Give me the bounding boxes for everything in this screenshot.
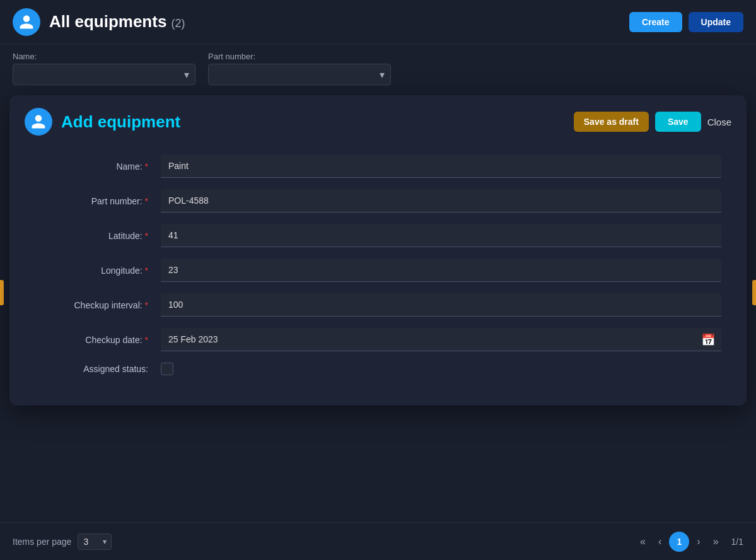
- filter-bar: Name: Part number:: [0, 44, 756, 95]
- per-page-select[interactable]: 3 5 10 25: [78, 534, 112, 550]
- name-field[interactable]: [161, 155, 721, 178]
- page-title: All equipments (2): [49, 12, 185, 32]
- next-page-button[interactable]: ›: [692, 534, 705, 550]
- name-filter-wrapper: [13, 64, 195, 85]
- last-page-button[interactable]: »: [708, 534, 724, 550]
- current-page-button[interactable]: 1: [669, 532, 689, 552]
- checkup-date-wrapper: 📅: [161, 328, 721, 351]
- equipment-form: Name: * Part number: * Latitude: *: [9, 148, 747, 375]
- checkup-interval-field[interactable]: [161, 293, 721, 317]
- calendar-icon[interactable]: 📅: [701, 333, 715, 347]
- checkup-date-field-row: Checkup date: * 📅: [35, 328, 721, 351]
- modal-header-left: Add equipment: [25, 108, 180, 136]
- update-button[interactable]: Update: [689, 12, 743, 32]
- part-number-field-label: Part number: *: [35, 196, 161, 206]
- name-field-row: Name: *: [35, 155, 721, 178]
- close-button[interactable]: Close: [707, 117, 731, 127]
- save-as-draft-button[interactable]: Save as draft: [574, 112, 649, 132]
- name-field-label: Name: *: [35, 161, 161, 172]
- first-page-button[interactable]: «: [635, 534, 651, 550]
- right-side-indicator: [752, 280, 756, 305]
- assigned-status-checkbox[interactable]: [161, 363, 173, 375]
- modal-header: Add equipment Save as draft Save Close: [9, 95, 747, 148]
- page-info: 1/1: [731, 537, 743, 547]
- modal-avatar: [25, 108, 52, 136]
- assigned-status-field-row: Assigned status:: [35, 363, 721, 375]
- checkup-interval-field-row: Checkup interval: *: [35, 293, 721, 317]
- items-per-page-label: Items per page: [13, 537, 71, 547]
- checkup-interval-field-label: Checkup interval: *: [35, 300, 161, 310]
- header-left: All equipments (2): [13, 8, 185, 36]
- pagination-controls: « ‹ 1 › » 1/1: [635, 532, 743, 552]
- name-filter-group: Name:: [13, 52, 195, 85]
- part-number-filter-select[interactable]: [208, 64, 391, 85]
- latitude-field[interactable]: [161, 224, 721, 247]
- per-page-wrapper: 3 5 10 25: [78, 534, 112, 550]
- latitude-field-row: Latitude: *: [35, 224, 721, 247]
- prev-page-button[interactable]: ‹: [653, 534, 666, 550]
- avatar: [13, 8, 40, 36]
- main-area: P × P × Add equipment Save as draft Save: [0, 95, 756, 168]
- checkup-date-field[interactable]: [161, 328, 721, 351]
- part-number-filter-label: Part number:: [208, 52, 391, 61]
- name-filter-label: Name:: [13, 52, 195, 61]
- left-side-indicator: [0, 280, 4, 305]
- part-number-filter-group: Part number:: [208, 52, 391, 85]
- create-button[interactable]: Create: [629, 12, 682, 32]
- items-per-page-section: Items per page 3 5 10 25: [13, 534, 112, 550]
- header-buttons: Create Update: [629, 12, 743, 32]
- save-button[interactable]: Save: [655, 112, 701, 132]
- checkup-date-field-label: Checkup date: *: [35, 335, 161, 345]
- longitude-field-row: Longitude: *: [35, 259, 721, 282]
- longitude-field[interactable]: [161, 259, 721, 282]
- add-equipment-modal: Add equipment Save as draft Save Close N…: [9, 95, 747, 405]
- longitude-field-label: Longitude: *: [35, 265, 161, 276]
- latitude-field-label: Latitude: *: [35, 231, 161, 241]
- part-number-filter-wrapper: [208, 64, 391, 85]
- part-number-field[interactable]: [161, 189, 721, 213]
- modal-actions: Save as draft Save Close: [574, 112, 731, 132]
- name-filter-select[interactable]: [13, 64, 195, 85]
- assigned-status-field-label: Assigned status:: [35, 364, 161, 374]
- part-number-field-row: Part number: *: [35, 189, 721, 213]
- modal-title: Add equipment: [61, 112, 180, 132]
- header: All equipments (2) Create Update: [0, 0, 756, 44]
- pagination-bar: Items per page 3 5 10 25 « ‹ 1 › » 1/1: [0, 522, 756, 560]
